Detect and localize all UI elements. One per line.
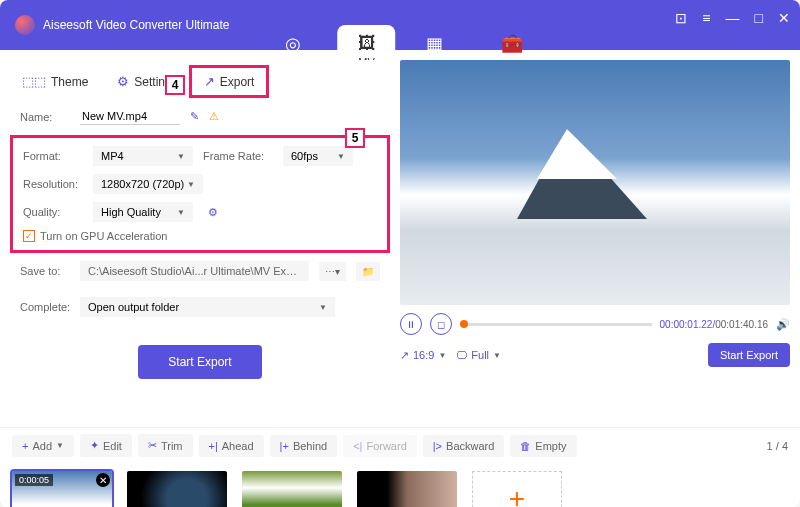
thumbnail-3[interactable] bbox=[242, 471, 342, 507]
start-export-small-button[interactable]: Start Export bbox=[708, 343, 790, 367]
name-row: Name: ✎ ⚠ bbox=[10, 103, 390, 130]
thumbnail-4[interactable] bbox=[357, 471, 457, 507]
left-panel: ⬚⬚ Theme ⚙ Setting ↗ Export Name: ✎ ⚠ bbox=[10, 60, 390, 417]
converter-icon: ◎ bbox=[285, 33, 301, 55]
backward-icon: |> bbox=[433, 440, 442, 452]
add-thumbnail-button[interactable]: + bbox=[472, 471, 562, 507]
thumb-close-icon[interactable]: ✕ bbox=[96, 473, 110, 487]
edit-button[interactable]: ✦Edit bbox=[80, 434, 132, 457]
callout-4: 4 bbox=[165, 75, 185, 95]
app-logo-icon bbox=[15, 15, 35, 35]
mv-icon: 🖼 bbox=[358, 33, 376, 54]
complete-label: Complete: bbox=[20, 301, 70, 313]
volume-icon[interactable]: 🔊 bbox=[776, 318, 790, 331]
path-dropdown-icon[interactable]: ⋯▾ bbox=[319, 262, 346, 281]
pause-button[interactable]: ⏸ bbox=[400, 313, 422, 335]
empty-button[interactable]: 🗑Empty bbox=[510, 435, 576, 457]
behind-button[interactable]: |+Behind bbox=[270, 435, 338, 457]
minimize-icon[interactable]: — bbox=[726, 10, 740, 26]
tab-theme[interactable]: ⬚⬚ Theme bbox=[10, 65, 100, 98]
trash-icon: 🗑 bbox=[520, 440, 531, 452]
edit-name-icon[interactable]: ✎ bbox=[190, 110, 199, 123]
preview-bottom: ↗ 16:9 ▼ 🖵 Full ▼ Start Export bbox=[400, 343, 790, 367]
stop-button[interactable]: ◻ bbox=[430, 313, 452, 335]
page-indicator: 1 / 4 bbox=[767, 440, 788, 452]
thumbnail-strip: 0:00:05 ✕ ▷ ✦ ✂ ↻ + bbox=[0, 463, 800, 507]
trim-button[interactable]: ✂Trim bbox=[138, 434, 193, 457]
window-controls: ⊡ ≡ — □ ✕ bbox=[675, 10, 790, 26]
clip-toolbar: +Add ▼ ✦Edit ✂Trim +|Ahead |+Behind <|Fo… bbox=[0, 427, 800, 463]
ahead-icon: +| bbox=[209, 440, 218, 452]
preview-panel: ⏸ ◻ 00:00:01.22/00:01:40.16 🔊 ↗ 16:9 ▼ 🖵… bbox=[400, 60, 790, 417]
format-label: Format: bbox=[23, 150, 83, 162]
behind-icon: |+ bbox=[280, 440, 289, 452]
toolbox-icon: 🧰 bbox=[501, 33, 523, 55]
callout-5: 5 bbox=[345, 128, 365, 148]
feedback-icon[interactable]: ⊡ bbox=[675, 10, 687, 26]
collage-icon: ▦ bbox=[426, 33, 443, 55]
framerate-label: Frame Rate: bbox=[203, 150, 273, 162]
close-icon[interactable]: ✕ bbox=[778, 10, 790, 26]
export-settings: Format: MP4 Frame Rate: 60fps Resolution… bbox=[10, 135, 390, 253]
time-display: 00:00:01.22/00:01:40.16 bbox=[660, 319, 768, 330]
backward-button[interactable]: |>Backward bbox=[423, 435, 505, 457]
complete-row: Complete: Open output folder bbox=[10, 289, 390, 325]
ahead-button[interactable]: +|Ahead bbox=[199, 435, 264, 457]
menu-icon[interactable]: ≡ bbox=[702, 10, 710, 26]
format-dropdown[interactable]: MP4 bbox=[93, 146, 193, 166]
gpu-checkbox[interactable]: ✓ bbox=[23, 230, 35, 242]
content: ⬚⬚ Theme ⚙ Setting ↗ Export Name: ✎ ⚠ bbox=[0, 50, 800, 427]
titlebar: Aiseesoft Video Converter Ultimate ⊡ ≡ —… bbox=[0, 0, 800, 50]
start-export-button[interactable]: Start Export bbox=[138, 345, 261, 379]
forward-icon: <| bbox=[353, 440, 362, 452]
progress-bar[interactable] bbox=[460, 323, 652, 326]
thumbnail-2[interactable] bbox=[127, 471, 227, 507]
forward-button[interactable]: <|Forward bbox=[343, 435, 417, 457]
add-button[interactable]: +Add ▼ bbox=[12, 435, 74, 457]
theme-icon: ⬚⬚ bbox=[22, 74, 46, 89]
saveto-path: C:\Aiseesoft Studio\Ai...r Ultimate\MV E… bbox=[80, 261, 309, 281]
framerate-dropdown[interactable]: 60fps bbox=[283, 146, 353, 166]
resolution-label: Resolution: bbox=[23, 178, 83, 190]
fullscreen-button[interactable]: 🖵 Full ▼ bbox=[456, 349, 501, 361]
quality-label: Quality: bbox=[23, 206, 83, 218]
saveto-label: Save to: bbox=[20, 265, 70, 277]
tab-export[interactable]: ↗ Export bbox=[189, 65, 270, 98]
app-title: Aiseesoft Video Converter Ultimate bbox=[43, 18, 230, 32]
player-controls: ⏸ ◻ 00:00:01.22/00:01:40.16 🔊 bbox=[400, 305, 790, 343]
thumbnail-1[interactable]: 0:00:05 ✕ ▷ ✦ ✂ ↻ bbox=[12, 471, 112, 507]
app-window: Aiseesoft Video Converter Ultimate ⊡ ≡ —… bbox=[0, 0, 800, 507]
gpu-label: Turn on GPU Acceleration bbox=[40, 230, 167, 242]
plus-icon: + bbox=[22, 440, 28, 452]
preview-image bbox=[400, 60, 790, 305]
warning-icon[interactable]: ⚠ bbox=[209, 110, 219, 123]
quality-gear-icon[interactable]: ⚙ bbox=[208, 206, 218, 219]
export-icon: ↗ bbox=[204, 74, 215, 89]
resolution-dropdown[interactable]: 1280x720 (720p) bbox=[93, 174, 203, 194]
saveto-row: Save to: C:\Aiseesoft Studio\Ai...r Ulti… bbox=[10, 253, 390, 289]
wand-icon: ✦ bbox=[90, 439, 99, 452]
open-folder-icon[interactable]: 📁 bbox=[356, 262, 380, 281]
quality-dropdown[interactable]: High Quality bbox=[93, 202, 193, 222]
scissors-icon: ✂ bbox=[148, 439, 157, 452]
aspect-ratio-button[interactable]: ↗ 16:9 ▼ bbox=[400, 349, 446, 362]
maximize-icon[interactable]: □ bbox=[755, 10, 763, 26]
name-label: Name: bbox=[20, 111, 70, 123]
thumb-duration: 0:00:05 bbox=[15, 474, 53, 486]
gear-icon: ⚙ bbox=[117, 74, 129, 89]
sub-tabs: ⬚⬚ Theme ⚙ Setting ↗ Export bbox=[10, 60, 390, 103]
complete-dropdown[interactable]: Open output folder bbox=[80, 297, 335, 317]
gpu-row: ✓ Turn on GPU Acceleration bbox=[23, 230, 377, 242]
name-input[interactable] bbox=[80, 108, 180, 125]
